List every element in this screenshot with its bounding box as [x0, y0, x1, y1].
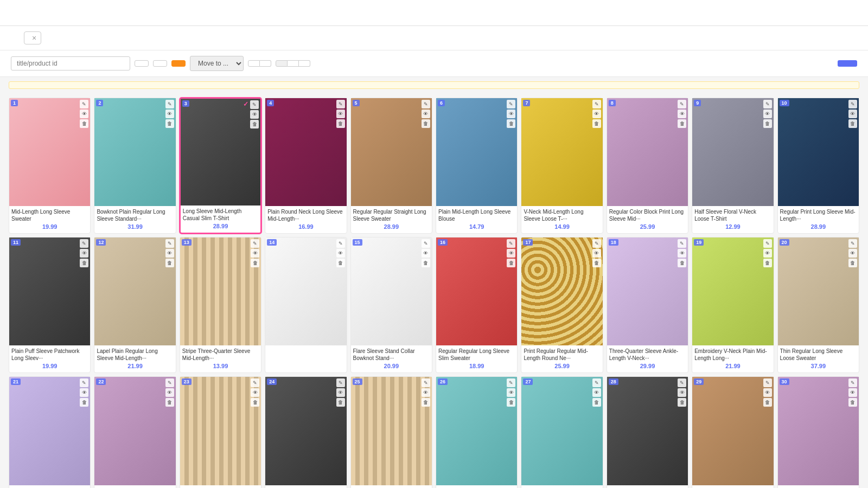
card-edit-btn[interactable]: ✎: [763, 100, 772, 108]
card-eye-btn[interactable]: 👁: [678, 388, 686, 397]
card-edit-btn[interactable]: ✎: [251, 239, 259, 248]
bottom-button[interactable]: [260, 60, 271, 67]
tag-dress[interactable]: ×: [24, 31, 41, 44]
card-edit-btn[interactable]: ✎: [165, 100, 174, 108]
default-button[interactable]: [299, 60, 310, 67]
product-card[interactable]: 30 ✎ 👁 🗑 Color Block Lapel Print Mid-Len…: [777, 376, 859, 488]
product-card[interactable]: 28 ✎ 👁 🗑 Print Regular Regular Loose Mid…: [607, 376, 688, 488]
product-card[interactable]: 15 ✎ 👁 🗑 Flare Sleeve Stand Collar Bowkn…: [350, 237, 432, 373]
card-eye-btn[interactable]: 👁: [763, 249, 772, 258]
card-eye-btn[interactable]: 👁: [422, 388, 430, 397]
product-card[interactable]: 25 ✎ 👁 🗑 type Regular Loose Standard Swe…: [350, 376, 432, 488]
card-trash-btn[interactable]: 🗑: [592, 119, 601, 128]
card-eye-btn[interactable]: 👁: [592, 110, 601, 118]
card-eye-btn[interactable]: 👁: [165, 388, 174, 397]
card-eye-btn[interactable]: 👁: [678, 110, 686, 118]
card-edit-btn[interactable]: ✎: [80, 100, 88, 108]
card-trash-btn[interactable]: 🗑: [250, 120, 259, 129]
product-card[interactable]: 20 ✎ 👁 🗑 Thin Regular Long Sleeve Loose …: [777, 237, 859, 373]
card-eye-btn[interactable]: 👁: [507, 110, 515, 118]
card-eye-btn[interactable]: 👁: [763, 388, 772, 397]
card-trash-btn[interactable]: 🗑: [422, 119, 430, 128]
card-eye-btn[interactable]: 👁: [592, 388, 601, 397]
product-card[interactable]: 16 ✎ 👁 🗑 Regular Regular Long Sleeve Sli…: [436, 237, 518, 373]
card-trash-btn[interactable]: 🗑: [80, 259, 88, 267]
card-trash-btn[interactable]: 🗑: [763, 398, 772, 407]
product-card[interactable]: 18 ✎ 👁 🗑 Three-Quarter Sleeve Ankle-Leng…: [607, 237, 688, 373]
product-card[interactable]: 9 ✎ 👁 🗑 Half Sleeve Floral V-Neck Loose …: [692, 98, 774, 234]
card-edit-btn[interactable]: ✎: [80, 239, 88, 248]
card-edit-btn[interactable]: ✎: [848, 239, 857, 248]
card-edit-btn[interactable]: ✎: [422, 100, 430, 108]
m-view-button[interactable]: [288, 60, 299, 67]
random-sort-button[interactable]: [171, 60, 186, 67]
card-edit-btn[interactable]: ✎: [165, 378, 174, 387]
search-input[interactable]: [11, 56, 130, 70]
card-edit-btn[interactable]: ✎: [592, 239, 601, 248]
product-card[interactable]: 13 ✎ 👁 🗑 Stripe Three-Quarter Sleeve Mid…: [180, 237, 261, 373]
card-eye-btn[interactable]: 👁: [336, 249, 345, 258]
card-edit-btn[interactable]: ✎: [422, 378, 430, 387]
card-edit-btn[interactable]: ✎: [678, 378, 686, 387]
card-edit-btn[interactable]: ✎: [336, 100, 345, 108]
card-eye-btn[interactable]: 👁: [165, 110, 174, 118]
product-card[interactable]: 10 ✎ 👁 🗑 Regular Print Long Sleeve Mid-L…: [777, 98, 859, 234]
card-edit-btn[interactable]: ✎: [678, 239, 686, 248]
select-button[interactable]: [135, 60, 149, 67]
product-card[interactable]: 7 ✎ 👁 🗑 V-Neck Mid-Length Long Sleeve Lo…: [521, 98, 603, 234]
card-edit-btn[interactable]: ✎: [80, 378, 88, 387]
card-trash-btn[interactable]: 🗑: [165, 398, 174, 407]
card-edit-btn[interactable]: ✎: [336, 239, 345, 248]
card-edit-btn[interactable]: ✎: [848, 100, 857, 108]
card-trash-btn[interactable]: 🗑: [422, 259, 430, 267]
card-edit-btn[interactable]: ✎: [507, 239, 515, 248]
card-trash-btn[interactable]: 🗑: [848, 119, 857, 128]
card-edit-btn[interactable]: ✎: [250, 100, 259, 109]
card-edit-btn[interactable]: ✎: [763, 239, 772, 248]
tag-dress-close[interactable]: ×: [32, 34, 36, 42]
card-trash-btn[interactable]: 🗑: [592, 398, 601, 407]
product-card[interactable]: 22 ✎ 👁 🗑 Print Regular Regular Mid-Lengt…: [94, 376, 176, 488]
card-edit-btn[interactable]: ✎: [592, 100, 601, 108]
card-trash-btn[interactable]: 🗑: [251, 398, 259, 407]
card-trash-btn[interactable]: 🗑: [678, 119, 686, 128]
product-card[interactable]: 5 ✎ 👁 🗑 Regular Regular Straight Long Sl…: [350, 98, 432, 234]
card-trash-btn[interactable]: 🗑: [507, 398, 515, 407]
card-eye-btn[interactable]: 👁: [80, 249, 88, 258]
product-card[interactable]: 24 ✎ 👁 🗑 Regular Raglan Sleeve Patchwork…: [265, 376, 347, 488]
product-card[interactable]: 12 ✎ 👁 🗑 Lapel Plain Regular Long Sleeve…: [94, 237, 176, 373]
product-card[interactable]: 26 ✎ 👁 🗑: [436, 376, 518, 488]
card-eye-btn[interactable]: 👁: [336, 110, 345, 118]
card-trash-btn[interactable]: 🗑: [336, 119, 345, 128]
card-eye-btn[interactable]: 👁: [422, 249, 430, 258]
card-trash-btn[interactable]: 🗑: [848, 398, 857, 407]
card-trash-btn[interactable]: 🗑: [848, 259, 857, 267]
card-eye-btn[interactable]: 👁: [592, 249, 601, 258]
top-button[interactable]: [248, 60, 260, 67]
card-edit-btn[interactable]: ✎: [251, 378, 259, 387]
product-card[interactable]: 17 ✎ 👁 🗑 Print Regular Regular Mid-Lengt…: [521, 237, 603, 373]
product-card[interactable]: 29 ✎ 👁 🗑 Bbtwing Sleeve Loose FbIl Sweab…: [692, 376, 774, 488]
card-eye-btn[interactable]: 👁: [250, 110, 259, 119]
product-card[interactable]: 21 ✎ 👁 🗑 Thin Regular Loose Long Sleeve …: [9, 376, 91, 488]
pc-view-button[interactable]: [276, 60, 288, 67]
card-edit-btn[interactable]: ✎: [678, 100, 686, 108]
card-trash-btn[interactable]: 🗑: [592, 259, 601, 267]
product-card[interactable]: 23 ✎ 👁 🗑 Asymmetric Stripe Lapel Long Lo…: [180, 376, 261, 488]
card-trash-btn[interactable]: 🗑: [336, 259, 345, 267]
product-card[interactable]: 1 ✎ 👁 🗑 Mid-Length Long Sleeve Sweater 1…: [9, 98, 91, 234]
product-card[interactable]: 3 ✓ ✎ 👁 🗑 Long Sleeve Mid-Length Casual …: [180, 98, 261, 234]
card-trash-btn[interactable]: 🗑: [251, 259, 259, 267]
card-eye-btn[interactable]: 👁: [165, 249, 174, 258]
card-eye-btn[interactable]: 👁: [848, 388, 857, 397]
card-edit-btn[interactable]: ✎: [507, 378, 515, 387]
tag-all[interactable]: [11, 36, 20, 40]
card-eye-btn[interactable]: 👁: [80, 110, 88, 118]
card-eye-btn[interactable]: 👁: [848, 110, 857, 118]
card-trash-btn[interactable]: 🗑: [763, 259, 772, 267]
card-trash-btn[interactable]: 🗑: [165, 259, 174, 267]
product-card[interactable]: 6 ✎ 👁 🗑 Plain Mid-Length Long Sleeve Blo…: [436, 98, 518, 234]
card-edit-btn[interactable]: ✎: [592, 378, 601, 387]
card-trash-btn[interactable]: 🗑: [507, 119, 515, 128]
product-card[interactable]: 4 ✎ 👁 🗑 Plain Round Neck Long Sleeve Mid…: [265, 98, 347, 234]
